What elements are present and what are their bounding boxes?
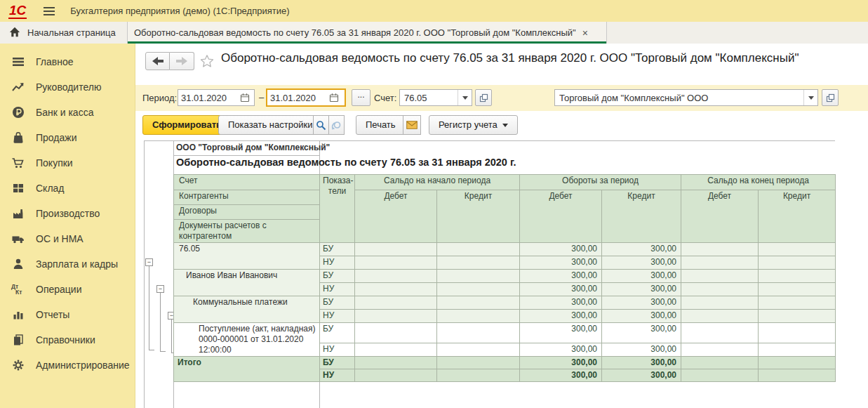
- value-cell[interactable]: [437, 256, 520, 270]
- value-cell[interactable]: [355, 323, 437, 343]
- row-label-counterparty[interactable]: Иванов Иван Иванович: [174, 270, 320, 296]
- tree-collapse-level2[interactable]: −: [156, 285, 164, 293]
- value-cell[interactable]: [355, 357, 437, 369]
- value-cell[interactable]: [759, 243, 836, 256]
- value-cell[interactable]: 300,00: [520, 283, 602, 296]
- register-menu-button[interactable]: Регистр учета: [429, 115, 518, 135]
- indicator-cell[interactable]: БУ: [320, 270, 355, 283]
- account-input[interactable]: [400, 90, 458, 105]
- indicator-cell[interactable]: БУ: [320, 296, 355, 310]
- sidebar-item-operations[interactable]: ДтКт Операции: [0, 277, 135, 302]
- value-cell[interactable]: [759, 323, 836, 343]
- value-cell[interactable]: 300,00: [602, 369, 681, 382]
- tab-home[interactable]: Начальная страница: [0, 22, 128, 44]
- sidebar-item-sales[interactable]: Продажи: [0, 125, 135, 150]
- value-cell[interactable]: 300,00: [520, 270, 602, 283]
- value-cell[interactable]: [355, 256, 437, 270]
- value-cell[interactable]: [355, 369, 437, 382]
- value-cell[interactable]: [437, 343, 520, 357]
- value-cell[interactable]: 300,00: [520, 343, 602, 357]
- favorite-star-icon[interactable]: [200, 54, 214, 71]
- value-cell[interactable]: [437, 283, 520, 296]
- period-more-button[interactable]: ...: [352, 89, 370, 106]
- sidebar-item-main[interactable]: Главное: [0, 49, 135, 74]
- value-cell[interactable]: [355, 310, 437, 323]
- value-cell[interactable]: [681, 323, 759, 343]
- account-dropdown-button[interactable]: [458, 90, 472, 105]
- value-cell[interactable]: [759, 256, 836, 270]
- tree-collapse-level1[interactable]: −: [145, 258, 153, 266]
- back-button[interactable]: [145, 52, 170, 70]
- value-cell[interactable]: 300,00: [602, 270, 681, 283]
- row-label-contract[interactable]: Коммунальные платежи: [174, 296, 320, 323]
- value-cell[interactable]: [437, 310, 520, 323]
- value-cell[interactable]: [355, 243, 437, 256]
- value-cell[interactable]: [759, 357, 836, 369]
- value-cell[interactable]: [759, 343, 836, 357]
- value-cell[interactable]: 300,00: [520, 323, 602, 343]
- sidebar-item-purchases[interactable]: Покупки: [0, 150, 135, 176]
- value-cell[interactable]: [681, 270, 759, 283]
- value-cell[interactable]: [681, 296, 759, 310]
- value-cell[interactable]: [681, 310, 759, 323]
- value-cell[interactable]: [437, 243, 520, 256]
- row-label-account[interactable]: 76.05: [174, 243, 320, 270]
- value-cell[interactable]: [355, 296, 437, 310]
- organization-input[interactable]: [555, 90, 803, 105]
- sidebar-item-payroll-hr[interactable]: Зарплата и кадры: [0, 251, 135, 277]
- value-cell[interactable]: [355, 283, 437, 296]
- value-cell[interactable]: [759, 283, 836, 296]
- value-cell[interactable]: [437, 296, 520, 310]
- sidebar-item-manager[interactable]: Руководителю: [0, 74, 135, 100]
- value-cell[interactable]: 300,00: [602, 323, 681, 343]
- value-cell[interactable]: 300,00: [602, 310, 681, 323]
- show-settings-button[interactable]: Показать настройки: [218, 115, 322, 135]
- value-cell[interactable]: [437, 270, 520, 283]
- sidebar-item-fixed-assets[interactable]: ОС и НМА: [0, 226, 135, 251]
- indicator-cell[interactable]: НУ: [320, 283, 355, 296]
- value-cell[interactable]: [437, 357, 520, 369]
- indicator-cell[interactable]: НУ: [320, 343, 355, 357]
- value-cell[interactable]: 300,00: [520, 369, 602, 382]
- indicator-cell[interactable]: БУ: [320, 323, 355, 343]
- value-cell[interactable]: [681, 357, 759, 369]
- value-cell[interactable]: [759, 296, 836, 310]
- indicator-cell[interactable]: БУ: [320, 243, 355, 256]
- period-to-input[interactable]: [267, 90, 326, 105]
- value-cell[interactable]: [759, 369, 836, 382]
- period-from-input[interactable]: [178, 90, 237, 105]
- value-cell[interactable]: 300,00: [520, 357, 602, 369]
- search-next-button[interactable]: [328, 115, 345, 135]
- calendar-icon[interactable]: [326, 90, 342, 105]
- indicator-cell[interactable]: НУ: [320, 369, 355, 382]
- value-cell[interactable]: 300,00: [520, 310, 602, 323]
- value-cell[interactable]: [681, 369, 759, 382]
- value-cell[interactable]: 300,00: [602, 343, 681, 357]
- value-cell[interactable]: [355, 270, 437, 283]
- sidebar-item-directories[interactable]: Справочники: [0, 327, 135, 353]
- value-cell[interactable]: [681, 256, 759, 270]
- organization-dropdown-button[interactable]: [803, 90, 817, 105]
- row-label-total[interactable]: Итого: [174, 357, 320, 382]
- sidebar-item-bank-cash[interactable]: Банк и касса: [0, 100, 135, 125]
- sidebar-item-administration[interactable]: Администрирование: [0, 353, 135, 378]
- calendar-icon[interactable]: [237, 90, 253, 105]
- value-cell[interactable]: [681, 243, 759, 256]
- value-cell[interactable]: 300,00: [520, 296, 602, 310]
- value-cell[interactable]: [437, 369, 520, 382]
- tab-report-active[interactable]: Оборотно-сальдовая ведомость по счету 76…: [128, 22, 607, 44]
- sidebar-item-reports[interactable]: Отчеты: [0, 302, 135, 327]
- value-cell[interactable]: [355, 343, 437, 357]
- value-cell[interactable]: [437, 323, 520, 343]
- value-cell[interactable]: 300,00: [602, 296, 681, 310]
- tab-close-icon[interactable]: ×: [582, 27, 588, 39]
- main-menu-icon[interactable]: [44, 7, 55, 15]
- value-cell[interactable]: 300,00: [520, 256, 602, 270]
- email-button[interactable]: [403, 115, 421, 135]
- forward-button[interactable]: [170, 52, 194, 70]
- value-cell[interactable]: 300,00: [602, 283, 681, 296]
- organization-open-button[interactable]: [822, 89, 839, 106]
- value-cell[interactable]: [759, 270, 836, 283]
- value-cell[interactable]: 300,00: [602, 256, 681, 270]
- row-label-document[interactable]: Поступление (акт, накладная) 0000-000001…: [174, 323, 320, 357]
